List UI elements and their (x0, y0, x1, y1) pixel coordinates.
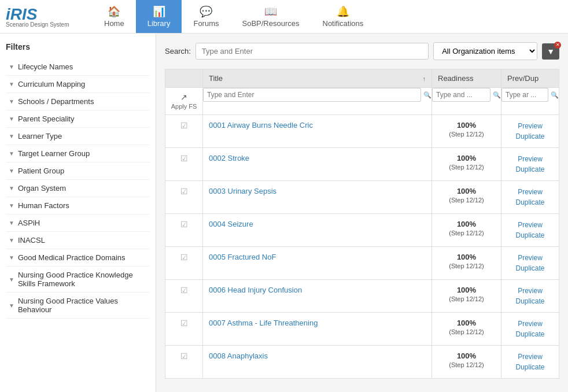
preview-link[interactable]: Preview (507, 286, 553, 296)
preview-link[interactable]: Preview (507, 154, 553, 164)
sidebar-filter-item[interactable]: ▼Good Medical Practice Domains (6, 249, 150, 267)
scenario-link[interactable]: 0003 Urinary Sepsis (209, 187, 276, 195)
sidebar-filter-item[interactable]: ▼INACSL (6, 232, 150, 249)
row-checkbox[interactable]: ☑ (165, 115, 203, 148)
nav-item-home[interactable]: 🏠Home (93, 0, 136, 33)
preview-link[interactable]: Preview (507, 220, 553, 230)
filters-title: Filters (6, 42, 150, 51)
filter-item-label: Nursing Good Practice Knowledge Skills F… (18, 271, 147, 288)
filter-item-label: Parent Speciality (18, 114, 75, 123)
filter-arrow-icon: ▼ (9, 133, 14, 139)
row-prevdup-cell: Preview Duplicate (501, 148, 559, 181)
sidebar-filter-item[interactable]: ▼Organ System (6, 180, 150, 197)
org-select[interactable]: All Organization itemsMy ItemsShared Ite… (433, 42, 537, 60)
row-checkbox[interactable]: ☑ (165, 181, 203, 214)
filter-arrow-icon: ▼ (9, 116, 14, 122)
readiness-value: 100% (457, 286, 476, 294)
readiness-step: (Step 12/12) (449, 295, 484, 302)
table-header-row: Title ↑ Readiness Prev/Dup (165, 69, 559, 88)
sidebar-filter-item[interactable]: ▼Curriculum Mapping (6, 76, 150, 93)
duplicate-link[interactable]: Duplicate (507, 164, 553, 175)
nav-item-sobp[interactable]: 📖SoBP/Resources (231, 0, 311, 33)
filter-arrow-icon: ▼ (9, 168, 14, 174)
sidebar-filter-item[interactable]: ▼Lifecycle Names (6, 58, 150, 76)
scenario-link[interactable]: 0007 Asthma - Life Threathening (209, 319, 318, 327)
table-row: ☑ 0002 Stroke 100% (Step 12/12) Preview … (165, 148, 559, 181)
filter-title-input[interactable] (203, 88, 421, 102)
row-readiness-cell: 100% (Step 12/12) (432, 214, 501, 247)
duplicate-link[interactable]: Duplicate (507, 362, 553, 372)
row-checkbox[interactable]: ☑ (165, 148, 203, 181)
filter-cell-title: 🔍 (203, 88, 432, 115)
row-title-cell: 0006 Head Injury Confusion (203, 280, 432, 313)
sidebar-filter-item[interactable]: ▼Patient Group (6, 162, 150, 180)
search-input[interactable] (196, 43, 429, 60)
readiness-step: (Step 12/12) (449, 164, 484, 171)
sidebar-filter-item[interactable]: ▼Nursing Good Practice Knowledge Skills … (6, 267, 150, 293)
filter-item-label: Schools / Departments (18, 97, 94, 106)
nav-item-library[interactable]: 📊Library (136, 0, 182, 33)
row-checkbox[interactable]: ☑ (165, 214, 203, 247)
filter-item-label: Patient Group (18, 167, 64, 175)
filter-item-label: Good Medical Practice Domains (18, 253, 126, 262)
filter-arrow-icon: ▼ (9, 237, 14, 243)
row-checkbox[interactable]: ☑ (165, 247, 203, 280)
table-row: ☑ 0006 Head Injury Confusion 100% (Step … (165, 280, 559, 313)
readiness-value: 100% (457, 187, 476, 195)
sort-icon[interactable]: ↑ (423, 75, 426, 82)
notifications-icon: 🔔 (337, 5, 349, 18)
row-checkbox[interactable]: ☑ (165, 280, 203, 313)
table-row: ☑ 0007 Asthma - Life Threathening 100% (… (165, 313, 559, 346)
filter-readiness-input[interactable] (432, 88, 490, 102)
row-prevdup-cell: Preview Duplicate (501, 214, 559, 247)
filter-readiness-icon: 🔍 (493, 91, 501, 99)
row-checkbox[interactable]: ☑ (165, 346, 203, 379)
filter-item-label: Human Factors (18, 201, 69, 210)
preview-link[interactable]: Preview (507, 121, 553, 131)
nav-item-forums[interactable]: 💬Forums (182, 0, 230, 33)
duplicate-link[interactable]: Duplicate (507, 197, 553, 208)
header: iRIS Scenario Design System 🏠Home📊Librar… (0, 0, 568, 34)
row-prevdup-cell: Preview Duplicate (501, 181, 559, 214)
duplicate-link[interactable]: Duplicate (507, 230, 553, 241)
sidebar-filter-item[interactable]: ▼Learner Type (6, 128, 150, 145)
scenario-link[interactable]: 0008 Anaphylaxis (209, 352, 268, 360)
readiness-value: 100% (457, 253, 476, 261)
filter-cell-prevdup: 🔍 (501, 88, 559, 115)
readiness-step: (Step 12/12) (449, 131, 484, 138)
home-label: Home (104, 19, 124, 28)
duplicate-link[interactable]: Duplicate (507, 329, 553, 339)
scenario-link[interactable]: 0006 Head Injury Confusion (209, 286, 302, 294)
sidebar-filter-item[interactable]: ▼ASPiH (6, 215, 150, 232)
filter-arrow-icon: ▼ (9, 202, 14, 209)
sidebar-filter-item[interactable]: ▼Target Learner Group (6, 145, 150, 162)
filter-prevdup-input[interactable] (501, 88, 548, 102)
duplicate-link[interactable]: Duplicate (507, 296, 553, 306)
main-nav: 🏠Home📊Library💬Forums📖SoBP/Resources🔔Noti… (93, 0, 562, 33)
nav-item-notifications[interactable]: 🔔Notifications (311, 0, 375, 33)
preview-link[interactable]: Preview (507, 352, 553, 362)
filter-item-label: Target Learner Group (18, 149, 90, 158)
filter-arrow-icon: ▼ (9, 81, 14, 87)
preview-link[interactable]: Preview (507, 253, 553, 263)
filter-button[interactable]: ▼ ✕ (542, 43, 559, 60)
row-readiness-cell: 100% (Step 12/12) (432, 313, 501, 346)
sidebar-filter-item[interactable]: ▼Human Factors (6, 197, 150, 215)
apply-fs-button[interactable]: ↗ Apply FS (165, 88, 202, 114)
scenario-link[interactable]: 0002 Stroke (209, 154, 249, 162)
scenario-link[interactable]: 0001 Airway Burns Needle Cric (209, 121, 313, 130)
readiness-step: (Step 12/12) (449, 262, 484, 269)
sidebar-filter-item[interactable]: ▼Schools / Departments (6, 93, 150, 110)
row-prevdup-cell: Preview Duplicate (501, 313, 559, 346)
scenario-link[interactable]: 0004 Seizure (209, 220, 253, 228)
row-title-cell: 0003 Urinary Sepsis (203, 181, 432, 214)
row-checkbox[interactable]: ☑ (165, 313, 203, 346)
scenario-link[interactable]: 0005 Fractured NoF (209, 253, 276, 261)
preview-link[interactable]: Preview (507, 187, 553, 197)
sidebar-filter-item[interactable]: ▼Parent Speciality (6, 110, 150, 128)
preview-link[interactable]: Preview (507, 319, 553, 329)
sidebar-filter-item[interactable]: ▼Nursing Good Practice Values Behaviour (6, 293, 150, 319)
duplicate-link[interactable]: Duplicate (507, 131, 553, 142)
duplicate-link[interactable]: Duplicate (507, 263, 553, 273)
readiness-step: (Step 12/12) (449, 328, 484, 335)
